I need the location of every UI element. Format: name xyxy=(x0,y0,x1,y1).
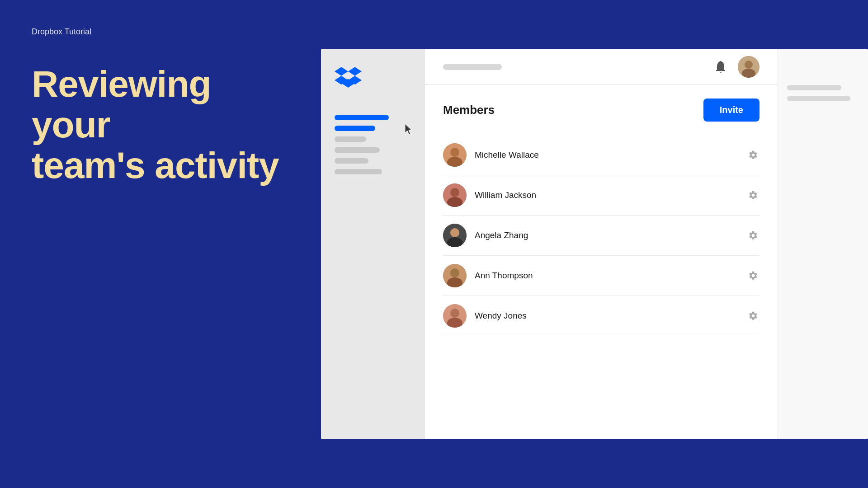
member-row-angela: Angela Zhang xyxy=(443,216,760,256)
cursor-icon xyxy=(405,124,416,138)
nav-item-6[interactable] xyxy=(335,169,382,174)
member-settings-ann[interactable] xyxy=(747,269,760,282)
bell-icon[interactable] xyxy=(712,59,729,75)
svg-point-13 xyxy=(450,268,459,277)
svg-point-7 xyxy=(450,188,459,197)
svg-point-1 xyxy=(745,61,753,69)
invite-button[interactable]: Invite xyxy=(703,99,760,122)
top-bar xyxy=(425,49,778,85)
nav-item-4[interactable] xyxy=(335,147,380,153)
member-row-wendy: Wendy Jones xyxy=(443,296,760,336)
member-row-michelle: Michelle Wallace xyxy=(443,135,760,175)
nav-item-2-wrapper[interactable] xyxy=(335,126,411,131)
member-name-ann: Ann Thompson xyxy=(475,271,747,281)
dropbox-logo xyxy=(335,67,411,92)
main-content: Members Invite Miche xyxy=(425,49,778,439)
extra-bar-2 xyxy=(787,96,850,101)
member-avatar-angela xyxy=(443,224,467,247)
app-sidebar xyxy=(321,49,425,439)
right-panel: Members Invite Miche xyxy=(321,0,868,488)
member-row-william: William Jackson xyxy=(443,175,760,216)
extra-bar-1 xyxy=(787,85,841,90)
nav-item-5[interactable] xyxy=(335,158,368,164)
member-name-william: William Jackson xyxy=(475,190,747,200)
member-list: Michelle Wallace xyxy=(443,135,760,336)
nav-items xyxy=(335,115,411,174)
nav-item-2[interactable] xyxy=(335,126,375,131)
extra-right-panel xyxy=(778,49,868,439)
svg-point-10 xyxy=(450,228,459,237)
member-name-angela: Angela Zhang xyxy=(475,230,747,240)
member-avatar-ann xyxy=(443,264,467,287)
members-title: Members xyxy=(443,103,495,117)
user-avatar[interactable] xyxy=(738,56,760,78)
left-panel: Dropbox Tutorial Reviewing your team's a… xyxy=(0,0,321,488)
member-row-ann: Ann Thompson xyxy=(443,256,760,296)
member-avatar-wendy xyxy=(443,304,467,328)
member-avatar-william xyxy=(443,183,467,207)
app-window: Members Invite Miche xyxy=(321,49,868,439)
members-header: Members Invite xyxy=(443,99,760,122)
topbar-right xyxy=(712,56,760,78)
member-settings-william[interactable] xyxy=(747,189,760,202)
tutorial-label: Dropbox Tutorial xyxy=(32,27,289,37)
members-section: Members Invite Miche xyxy=(425,85,778,439)
topbar-placeholder xyxy=(443,64,502,70)
svg-point-16 xyxy=(450,309,459,318)
svg-point-4 xyxy=(450,148,459,157)
nav-item-3[interactable] xyxy=(335,136,366,142)
nav-item-1[interactable] xyxy=(335,115,389,120)
member-settings-wendy[interactable] xyxy=(747,310,760,322)
title-line1: Reviewing your xyxy=(32,63,211,145)
member-name-michelle: Michelle Wallace xyxy=(475,150,747,160)
title-line2: team's activity xyxy=(32,145,279,186)
member-name-wendy: Wendy Jones xyxy=(475,311,747,321)
main-title: Reviewing your team's activity xyxy=(32,64,289,186)
svg-point-2 xyxy=(742,69,755,78)
member-avatar-michelle xyxy=(443,143,467,167)
member-settings-michelle[interactable] xyxy=(747,149,760,161)
member-settings-angela[interactable] xyxy=(747,229,760,242)
